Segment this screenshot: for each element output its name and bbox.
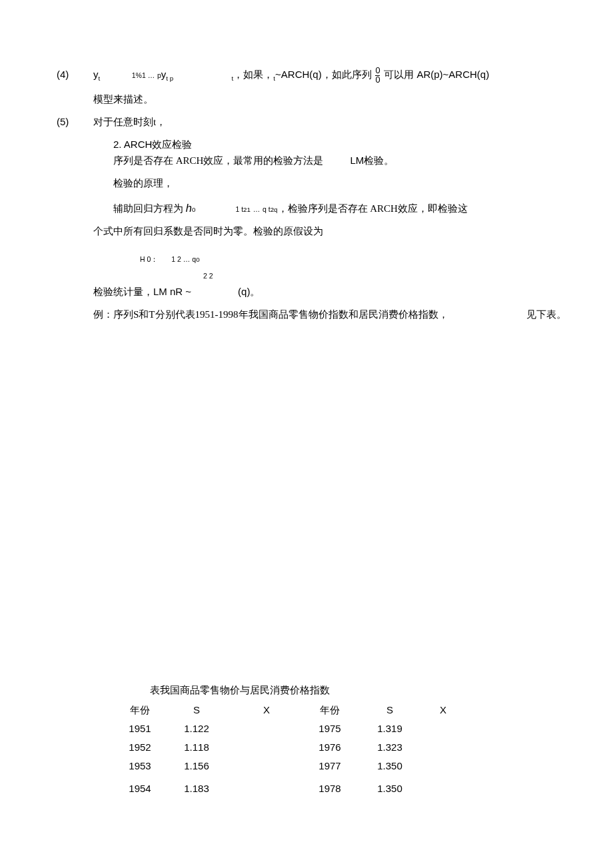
item-5-text: 对于任意时刻t， <box>93 114 566 130</box>
item-4-cont: 模型来描述。 <box>57 91 566 107</box>
aux-sub0: 0 <box>192 205 195 215</box>
section-2-p2: 检验的原理， <box>57 175 566 191</box>
item-5-number: (5) <box>57 114 93 130</box>
section-2-p1a: 序列是否存在 ARCH效应，最常用的检验方法是 <box>113 153 323 169</box>
cell-x <box>230 719 303 738</box>
section-2-p1b: LM检验。 <box>350 153 394 169</box>
aux-regression-line: 辅助回归方程为 h 0 1 t21 … q t2q ，检验序列是否存在 ARCH… <box>57 199 566 217</box>
example-line: 例：序列S和T分别代表1951-1998年我国商品零售物价指数和居民消费价格指数… <box>57 306 566 322</box>
h0-label: H 0： <box>140 254 158 265</box>
eq4-rhs-1: 1%1 … <box>132 71 155 79</box>
aux-mid1b: 1 <box>247 205 251 215</box>
cell-s: 1.323 <box>356 738 423 757</box>
cell-x <box>423 779 463 798</box>
cell-year: 1951 <box>117 719 163 738</box>
cell-x <box>423 757 463 775</box>
stat-tail: (q)。 <box>238 284 260 300</box>
cell-year: 1977 <box>303 757 356 775</box>
aux-mid2a: q t <box>263 204 271 215</box>
table-row: 1951 1.122 1975 1.319 <box>117 719 463 738</box>
header-year-left: 年份 <box>117 701 163 719</box>
h0-body: 1 2 … q <box>171 254 196 265</box>
item-4-number: (4) <box>57 67 93 83</box>
example-text-a: 例：序列S和T分别代表1951-1998年我国商品零售物价指数和居民消费价格指数… <box>93 306 448 322</box>
cell-year: 1954 <box>117 779 163 798</box>
cell-x <box>423 738 463 757</box>
cell-s: 1.319 <box>356 719 423 738</box>
aux-label: 辅助回归方程为 <box>113 201 183 217</box>
table-title: 表我国商品零售物价与居民消费价格指数 <box>117 682 566 698</box>
header-s-right: S <box>356 701 423 719</box>
eq4-lhs-var: y <box>93 69 99 80</box>
aux-tail: ，检验序列是否存在 ARCH效应，即检验这 <box>278 201 468 217</box>
section-2-p3: 个式中所有回归系数是否同时为零。检验的原假设为 <box>57 223 566 239</box>
header-x-right: X <box>423 701 463 719</box>
section-2-title-text: 2. ARCH效应检验 <box>113 139 192 150</box>
null-hypothesis: H 0： 1 2 … q 0 <box>57 254 566 265</box>
item-4-cont-text: 模型来描述。 <box>93 91 566 107</box>
test-statistic: 检验统计量， LM nR ~ 2 2 (q)。 <box>57 280 566 300</box>
cell-x <box>423 719 463 738</box>
cell-year: 1953 <box>117 757 163 775</box>
eq4-text1: ，如果， <box>233 69 273 80</box>
cell-s: 1.156 <box>163 757 230 775</box>
eq4-text2: ~ARCH(q)，如此序列 <box>275 69 372 80</box>
stat-body: LM nR ~ <box>153 284 191 300</box>
aux-mid1: 1 t <box>235 204 243 215</box>
price-index-table-area: 表我国商品零售物价与居民消费价格指数 年份 S X 年份 S X 1951 1.… <box>117 682 566 798</box>
item-4-body: yt 1%1 … pyt p t，如果，t~ARCH(q)，如此序列 0 0 可… <box>93 67 566 85</box>
aux-h: h <box>186 199 192 217</box>
cell-year: 1975 <box>303 719 356 738</box>
table-body: 1951 1.122 1975 1.319 1952 1.118 1976 1.… <box>117 719 463 798</box>
cell-s: 1.183 <box>163 779 230 798</box>
cell-year: 1976 <box>303 738 356 757</box>
h0-end: 0 <box>196 254 199 265</box>
cell-s: 1.118 <box>163 738 230 757</box>
item-4: (4) yt 1%1 … pyt p t，如果，t~ARCH(q)，如此序列 0… <box>57 67 566 85</box>
cell-x <box>230 779 303 798</box>
table-row: 1954 1.183 1978 1.350 <box>117 779 463 798</box>
eq4-frac: 0 0 <box>375 67 380 85</box>
section-2-p1: 序列是否存在 ARCH效应，最常用的检验方法是 LM检验。 <box>57 153 566 169</box>
eq4-lhs-sub: t <box>99 75 101 82</box>
header-year-right: 年份 <box>303 701 356 719</box>
cell-s: 1.350 <box>356 757 423 775</box>
eq4-frac-bot: 0 <box>375 75 380 85</box>
header-x-left: X <box>230 701 303 719</box>
item-5: (5) 对于任意时刻t， <box>57 114 566 130</box>
stat-sup: 2 2 <box>203 270 213 282</box>
table-row: 1952 1.118 1976 1.323 <box>117 738 463 757</box>
page-content: (4) yt 1%1 … pyt p t，如果，t~ARCH(q)，如此序列 0… <box>0 0 613 825</box>
cell-year: 1978 <box>303 779 356 798</box>
header-s-left: S <box>163 701 230 719</box>
cell-x <box>230 757 303 775</box>
eq4-rhs-2-sub: t p <box>166 75 173 82</box>
cell-s: 1.122 <box>163 719 230 738</box>
example-text-b: 见下表。 <box>526 306 566 322</box>
cell-year: 1952 <box>117 738 163 757</box>
stat-label: 检验统计量， <box>93 284 153 300</box>
table-row: 1953 1.156 1977 1.350 <box>117 757 463 775</box>
table-header-row: 年份 S X 年份 S X <box>117 701 463 719</box>
section-2-title: 2. ARCH效应检验 <box>57 137 566 153</box>
aux-dots: … <box>253 204 261 215</box>
price-index-table: 年份 S X 年份 S X 1951 1.122 1975 1.319 <box>117 701 463 798</box>
cell-s: 1.350 <box>356 779 423 798</box>
cell-x <box>230 738 303 757</box>
eq4-text3: 可以用 AR(p)~ARCH(q) <box>384 69 489 80</box>
